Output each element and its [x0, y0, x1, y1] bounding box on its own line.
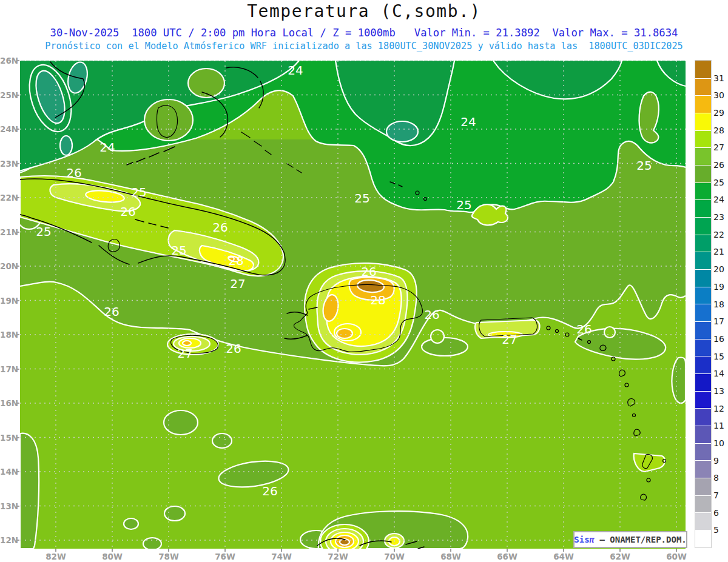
- lon-axis-tick: [112, 549, 113, 552]
- contour-label-28: 28: [370, 293, 385, 307]
- legend-tick-label: 8: [713, 473, 728, 483]
- legend-cell-13-14: [695, 373, 711, 391]
- legend-tick-label: 10: [713, 438, 728, 448]
- legend-cell-15-16: [695, 339, 711, 356]
- shade-25-26-se-hispaniola: [422, 338, 468, 356]
- lon-axis-tick: [337, 549, 339, 552]
- legend-cell-19-20: [695, 269, 711, 287]
- contour-label-25: 25: [36, 224, 51, 239]
- lon-axis-tick: [676, 549, 677, 552]
- legend-cell-10-11: [695, 426, 711, 443]
- legend-cell-29-30: [695, 95, 711, 113]
- legend-tick-label: 17: [713, 316, 728, 326]
- lon-axis-label: 82W: [44, 552, 68, 561]
- contour-label-26: 26: [262, 484, 277, 498]
- contour-label-25: 25: [456, 198, 471, 212]
- legend-cell-8-9: [695, 460, 711, 478]
- lat-axis-label: 26N: [0, 56, 18, 65]
- lat-axis-tick: [16, 540, 19, 541]
- legend-cell-21-22: [695, 235, 711, 252]
- legend-tick-label: 24: [713, 195, 728, 204]
- legend-cell-27-28: [695, 130, 711, 148]
- lat-axis-label: 25N: [0, 90, 18, 100]
- lat-axis-tick: [16, 506, 19, 507]
- map-canvas: 2424242525252526262625282725262628262726…: [20, 61, 686, 549]
- lon-axis-tick: [507, 549, 508, 552]
- legend-tick-label: 23: [713, 212, 728, 222]
- legend-cell-18-19: [695, 287, 711, 304]
- lon-axis-label: 70W: [382, 552, 406, 561]
- legend-cell-25-26: [695, 165, 711, 182]
- lat-axis-tick: [16, 334, 19, 335]
- lon-axis-label: 74W: [269, 552, 294, 561]
- legend-tick-label: 7: [713, 490, 728, 500]
- lat-axis-tick: [16, 437, 19, 438]
- legend-cell->31: [695, 61, 711, 78]
- contour-label-24: 24: [460, 115, 476, 129]
- shade-25-26-blob: [212, 433, 232, 448]
- contour-label-25: 25: [354, 191, 369, 206]
- contour-label-26: 26: [104, 304, 119, 319]
- contour-label-25: 25: [131, 185, 146, 199]
- lat-axis-tick: [16, 95, 19, 96]
- lon-axis-tick: [394, 549, 395, 552]
- shade-25-26-right-edge: [672, 357, 686, 403]
- subtitle-validtime: 30-Nov-2025 1800 UTC / 2:00 pm Hora Loca…: [0, 27, 728, 39]
- legend-cell-28-29: [695, 113, 711, 130]
- lon-axis-label: 76W: [213, 552, 237, 561]
- lat-axis-tick: [16, 232, 19, 233]
- lat-axis-label: 23N: [0, 159, 18, 169]
- legend-cell-30-31: [695, 78, 711, 96]
- legend-cell-11-12: [695, 408, 711, 426]
- legend-tick-label: 22: [713, 230, 728, 239]
- legend-cell-24-25: [695, 182, 711, 200]
- legend-tick-label: 20: [713, 264, 728, 274]
- shade-25-26-left-band: [20, 433, 39, 549]
- lon-axis-tick: [168, 549, 169, 552]
- legend-tick-label: 5: [713, 525, 728, 535]
- legend-tick-label: 18: [713, 299, 728, 309]
- contour-label-24: 24: [99, 140, 115, 155]
- watermark-box: Sisπ – ONAMET/REP.DOM.: [573, 531, 687, 548]
- legend-cell-23-24: [695, 199, 711, 217]
- lat-axis-tick: [16, 163, 19, 164]
- legend-cell-12-13: [695, 391, 711, 409]
- legend-cell-<5: [695, 530, 711, 547]
- legend-tick-label: 12: [713, 404, 728, 413]
- contour-label-27: 27: [502, 332, 517, 347]
- lat-axis-label: 19N: [0, 296, 18, 306]
- watermark-source: – ONAMET/REP.DOM.: [595, 535, 687, 544]
- contour-label-27: 27: [177, 346, 192, 361]
- lat-axis-tick: [16, 369, 19, 370]
- lon-axis-tick: [563, 549, 564, 552]
- legend-tick-label: 27: [713, 142, 728, 152]
- lat-axis-tick: [16, 300, 19, 301]
- lon-axis-tick: [619, 549, 621, 552]
- contour-label-26: 26: [226, 341, 241, 356]
- legend-tick-label: 19: [713, 282, 728, 292]
- legend-cell-6-7: [695, 495, 711, 513]
- lat-axis-tick: [16, 403, 19, 404]
- legend-cell-26-27: [695, 147, 711, 165]
- temperature-contour-map: 2424242525252526262625282725262628262726…: [20, 61, 686, 549]
- shade-22-23-oval: [386, 121, 418, 142]
- lon-axis-label: 66W: [495, 552, 519, 561]
- legend-tick-label: 9: [713, 456, 728, 466]
- lat-axis-label: 13N: [0, 501, 18, 511]
- lon-axis-tick: [224, 549, 226, 552]
- legend-tick-label: 21: [713, 247, 728, 256]
- legend-tick-label: 11: [713, 421, 728, 430]
- legend-cell-17-18: [695, 304, 711, 321]
- legend-cell-7-8: [695, 478, 711, 495]
- legend-cell-16-17: [695, 321, 711, 339]
- legend-tick-label: 30: [713, 90, 728, 100]
- shade-25-26-blob: [164, 506, 185, 521]
- lon-axis-tick: [281, 549, 282, 552]
- shade-25-26-blob: [164, 410, 198, 435]
- legend-tick-label: 25: [713, 178, 728, 187]
- contour-label-26: 26: [576, 322, 592, 336]
- contour-label-26: 26: [212, 220, 228, 235]
- lon-axis-label: 68W: [439, 552, 463, 561]
- lat-axis-tick: [16, 266, 19, 267]
- lat-axis-label: 20N: [0, 261, 18, 271]
